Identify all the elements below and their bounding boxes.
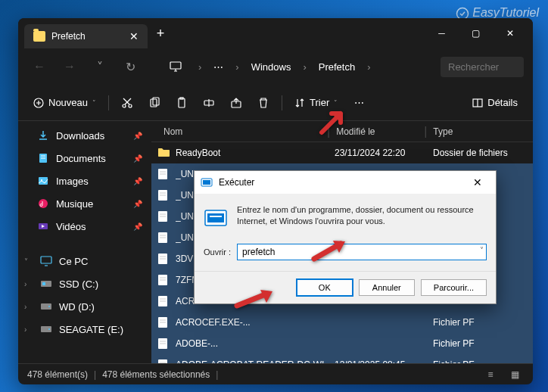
chevron-down-icon: ˅ — [24, 257, 33, 266]
breadcrumb-part[interactable]: Prefetch — [314, 58, 360, 76]
file-icon — [157, 274, 170, 286]
forward-button[interactable]: → — [58, 54, 82, 79]
chevron-right-icon: › — [194, 58, 206, 76]
pin-icon: 📌 — [133, 132, 142, 140]
folder-icon — [33, 31, 45, 42]
status-selected: 478 éléments sélectionnés — [102, 369, 210, 380]
up-button[interactable]: ˅ — [88, 54, 112, 79]
browse-button[interactable]: Parcourir... — [421, 279, 487, 296]
rename-icon[interactable] — [197, 91, 221, 115]
dialog-text: Entrez le nom d'un programme, dossier, d… — [237, 204, 487, 230]
svg-rect-30 — [42, 282, 45, 285]
close-tab-icon[interactable]: ✕ — [129, 30, 139, 42]
doc-icon — [36, 151, 50, 165]
file-icon — [157, 295, 170, 307]
file-row[interactable]: ADOBE-...Fichier PF — [151, 333, 533, 354]
pin-icon: 📌 — [133, 222, 142, 231]
drive-icon — [39, 277, 53, 291]
pin-icon: 📌 — [133, 200, 142, 208]
svg-rect-1 — [170, 62, 181, 69]
column-name[interactable]: Nom — [157, 126, 327, 137]
tab-active[interactable]: Prefetch ✕ — [24, 24, 148, 48]
file-icon — [157, 232, 170, 244]
download-icon — [36, 129, 50, 142]
svg-rect-66 — [203, 180, 210, 185]
new-tab-button[interactable]: + — [157, 26, 165, 42]
chevron-right-icon: › — [24, 280, 33, 288]
svg-point-8 — [129, 104, 132, 107]
refresh-button[interactable]: ↻ — [118, 54, 142, 79]
search-input[interactable] — [441, 57, 524, 77]
dialog-titlebar: Exécuter ✕ — [195, 171, 496, 194]
sort-button[interactable]: Trier ˅ — [288, 91, 344, 115]
file-row[interactable]: ACROCEF.EXE-...Fichier PF — [151, 312, 533, 333]
sidebar-item-images[interactable]: Images📌 — [18, 170, 151, 192]
copy-icon[interactable] — [142, 91, 167, 115]
chevron-right-icon: › — [363, 58, 375, 76]
column-date[interactable]: Modifié le — [330, 126, 424, 137]
minimize-button[interactable]: ─ — [425, 18, 459, 48]
svg-rect-13 — [179, 98, 185, 107]
sidebar-item-downloads[interactable]: Downloads📌 — [18, 124, 151, 147]
column-type[interactable]: Type — [427, 126, 527, 137]
chevron-right-icon: › — [298, 58, 310, 76]
breadcrumb-ellipsis[interactable]: ⋯ — [209, 58, 228, 76]
statusbar: 478 élément(s) | 478 éléments sélectionn… — [18, 363, 533, 384]
file-icon — [157, 253, 170, 265]
toolbar: Nouveau ˅ Trier ˅ ⋯ Détails — [18, 85, 533, 121]
dialog-close-button[interactable]: ✕ — [465, 176, 490, 188]
file-icon — [157, 210, 170, 222]
dropdown-icon[interactable]: ˅ — [480, 246, 484, 254]
sidebar: Downloads📌Documents📌Images📌Musique📌Vidéo… — [18, 121, 151, 363]
column-headers: Nom | Modifié le | Type — [151, 121, 533, 142]
tab-title: Prefetch — [51, 31, 123, 42]
details-button[interactable]: Détails — [466, 91, 524, 115]
view-grid-icon[interactable]: ▦ — [506, 367, 524, 382]
file-row[interactable]: ReadyBoot23/11/2024 22:20Dossier de fich… — [151, 142, 533, 163]
command-input[interactable] — [237, 244, 487, 260]
chevron-right-icon: › — [24, 325, 33, 334]
folder-icon — [157, 147, 170, 159]
pin-icon: 📌 — [133, 154, 142, 163]
dialog-title: Exécuter — [219, 177, 254, 188]
drive-icon — [39, 322, 53, 336]
sidebar-item-drive[interactable]: ›SSD (C:) — [18, 272, 151, 295]
drive-icon — [39, 300, 53, 313]
sidebar-item-drive[interactable]: ›SEAGATE (E:) — [18, 318, 151, 341]
more-icon[interactable]: ⋯ — [347, 91, 371, 115]
svg-rect-68 — [207, 213, 224, 222]
file-icon — [157, 359, 170, 363]
svg-point-34 — [48, 328, 50, 330]
sidebar-item-vidéos[interactable]: Vidéos📌 — [18, 215, 151, 238]
svg-rect-27 — [41, 257, 51, 263]
svg-point-7 — [123, 104, 126, 107]
file-icon — [157, 189, 170, 201]
svg-point-32 — [48, 306, 50, 307]
svg-rect-69 — [210, 216, 222, 217]
file-row[interactable]: ADOBE-ACROBAT-READER-DC-WINDO-...12/01/2… — [151, 354, 533, 363]
share-icon[interactable] — [224, 91, 248, 115]
paste-icon[interactable] — [170, 91, 194, 115]
file-icon — [157, 168, 170, 180]
this-pc-icon[interactable] — [163, 54, 188, 79]
breadcrumb[interactable]: › ⋯ › Windows › Prefetch › — [194, 58, 434, 76]
cancel-button[interactable]: Annuler — [359, 279, 415, 296]
back-button[interactable]: ← — [27, 54, 51, 79]
sidebar-item-musique[interactable]: Musique📌 — [18, 192, 151, 215]
delete-icon[interactable] — [251, 91, 276, 115]
file-icon — [157, 338, 170, 350]
close-window-button[interactable]: ✕ — [493, 18, 527, 48]
breadcrumb-part[interactable]: Windows — [247, 58, 296, 76]
new-button[interactable]: Nouveau ˅ — [27, 91, 102, 115]
run-icon — [204, 206, 228, 230]
cut-icon[interactable] — [115, 91, 139, 115]
maximize-button[interactable]: ▢ — [459, 18, 493, 48]
sidebar-item-documents[interactable]: Documents📌 — [18, 147, 151, 170]
run-icon — [201, 176, 213, 188]
open-label: Ouvrir : — [204, 247, 231, 257]
ok-button[interactable]: OK — [297, 279, 353, 296]
sidebar-item-drive[interactable]: ›WD (D:) — [18, 295, 151, 318]
sidebar-item-this-pc[interactable]: ˅ Ce PC — [18, 250, 151, 272]
chevron-right-icon: › — [231, 58, 243, 76]
view-list-icon[interactable]: ≡ — [481, 367, 500, 382]
